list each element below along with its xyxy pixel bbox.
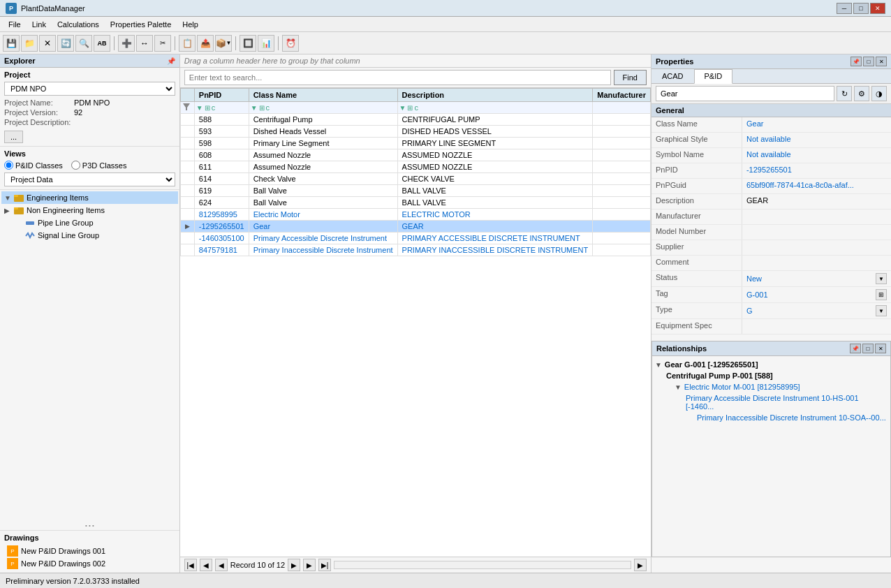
table-row[interactable]: 593 Dished Heads Vessel DISHED HEADS VES… xyxy=(180,126,650,138)
tree-item-pipe-line-group[interactable]: ▶ Pipe Line Group xyxy=(1,216,178,229)
status-dropdown[interactable]: ▼ xyxy=(876,273,887,284)
radio-p3d-classes[interactable]: P3D Classes xyxy=(71,161,127,170)
ellipsis-button[interactable]: ... xyxy=(4,131,23,143)
rel-child-1-item[interactable]: Centrifugal Pump P-001 [588] xyxy=(666,370,888,381)
scroll-right[interactable]: ▶ xyxy=(634,559,647,571)
description-link[interactable]: PRIMARY INACCESSIBLE DISCRETE INSTRUMENT xyxy=(402,246,589,254)
filter-description[interactable]: ▼ ⊞ c xyxy=(397,102,593,114)
rel-child-2-item[interactable]: ▼ Electric Motor M-001 [812958995] xyxy=(675,381,888,392)
table-row[interactable]: 624 Ball Valve BALL VALVE xyxy=(180,197,650,209)
menu-properties-palette[interactable]: Properties Palette xyxy=(105,19,177,30)
props-search-input[interactable] xyxy=(656,86,834,101)
pin-icon[interactable]: 📌 xyxy=(167,57,175,65)
rels-close-button[interactable]: ✕ xyxy=(875,344,886,353)
toolbar-export[interactable]: 📤 xyxy=(197,35,214,52)
prop-value-pnpid[interactable]: -1295265501 xyxy=(742,163,891,178)
toolbar-close[interactable]: ✕ xyxy=(39,35,56,52)
tree-item-non-engineering-items[interactable]: ▶ Non Engineering Items xyxy=(1,204,178,216)
props-pin-button[interactable]: 📌 xyxy=(850,57,862,66)
description-link[interactable]: GEAR xyxy=(402,222,424,230)
type-dropdown[interactable]: ▼ xyxy=(876,305,887,316)
table-row[interactable]: 611 Assumed Nozzle ASSUMED NOZZLE xyxy=(180,161,650,173)
nav-last[interactable]: ▶| xyxy=(318,559,331,571)
rels-pin-button[interactable]: 📌 xyxy=(850,344,861,353)
radio-pid-classes[interactable]: P&ID Classes xyxy=(4,161,63,170)
table-row[interactable]: 588 Centrifugal Pump CENTRIFUGAL PUMP xyxy=(180,114,650,126)
col-pnpid[interactable]: PnPID xyxy=(194,89,249,102)
toolbar-copy[interactable]: 📋 xyxy=(179,35,196,52)
find-button[interactable]: Find xyxy=(614,70,647,85)
rel-root-item[interactable]: ▼ Gear G-001 [-1295265501] xyxy=(655,359,888,370)
toolbar-package[interactable]: 📦▼ xyxy=(215,35,232,52)
col-manufacturer[interactable]: Manufacturer xyxy=(593,89,651,102)
toolbar-open[interactable]: 📁 xyxy=(21,35,38,52)
filter-manufacturer[interactable] xyxy=(593,102,651,114)
table-row[interactable]: 614 Check Valve CHECK VALVE xyxy=(180,173,650,185)
props-toggle-button[interactable]: ◑ xyxy=(871,86,887,101)
filter-classname[interactable]: ▼ ⊞ c xyxy=(249,102,397,114)
toolbar-add[interactable]: ➕ xyxy=(118,35,135,52)
table-row[interactable]: -1460305100 Primary Accessible Discrete … xyxy=(180,233,650,244)
prop-value-pnpguid[interactable]: 65bf90ff-7874-41ca-8c0a-afaf... xyxy=(742,179,891,193)
project-dropdown[interactable]: PDM NPO xyxy=(4,82,175,96)
nav-next-page[interactable]: ▶ xyxy=(303,559,316,571)
description-link[interactable]: ELECTRIC MOTOR xyxy=(402,210,471,219)
toolbar-split[interactable]: ↔ xyxy=(136,35,153,52)
toolbar-grid[interactable]: 🔲 xyxy=(240,35,256,52)
pnpid-link[interactable]: -1295265501 xyxy=(199,222,244,230)
toolbar-clock[interactable]: ⏰ xyxy=(282,35,299,52)
pnpid-link[interactable]: -1460305100 xyxy=(199,234,244,242)
pnpid-link[interactable]: 847579181 xyxy=(199,246,237,254)
menu-link[interactable]: Link xyxy=(27,19,52,30)
col-classname[interactable]: Class Name xyxy=(249,89,397,102)
grid-group-by-area[interactable]: Drag a column header here to group by th… xyxy=(180,54,651,68)
menu-calculations[interactable]: Calculations xyxy=(52,19,105,30)
drawing-item-1[interactable]: P New P&ID Drawings 001 xyxy=(4,545,175,557)
props-restore-button[interactable]: □ xyxy=(863,57,874,66)
classname-link[interactable]: Primary Inaccessible Discrete Instrument xyxy=(253,246,393,254)
toolbar-search[interactable]: 🔍 xyxy=(75,35,92,52)
classname-link[interactable]: Primary Accessible Discrete Instrument xyxy=(253,234,387,242)
classname-link[interactable]: Gear xyxy=(253,222,270,230)
toolbar-cut[interactable]: ✂ xyxy=(154,35,171,52)
table-row-selected[interactable]: ▶ -1295265501 Gear GEAR xyxy=(180,221,650,233)
table-row[interactable]: 608 Assumed Nozzle ASSUMED NOZZLE xyxy=(180,149,650,161)
table-row[interactable]: 598 Primary Line Segment PRIMARY LINE SE… xyxy=(180,138,650,149)
nav-next[interactable]: ▶ xyxy=(288,559,300,571)
table-row[interactable]: 847579181 Primary Inaccessible Discrete … xyxy=(180,244,650,256)
pnpid-link[interactable]: 812958995 xyxy=(199,210,237,219)
toolbar-refresh[interactable]: 🔄 xyxy=(57,35,74,52)
toolbar-new[interactable]: 💾 xyxy=(3,35,20,52)
drawing-item-2[interactable]: P New P&ID Drawings 002 xyxy=(4,557,175,570)
tag-edit-button[interactable]: ⊞ xyxy=(876,289,887,300)
description-link[interactable]: PRIMARY ACCESSIBLE DISCRETE INSTRUMENT xyxy=(402,234,580,242)
close-button[interactable]: ✕ xyxy=(870,3,885,14)
nav-prev-page[interactable]: ◀ xyxy=(200,559,212,571)
classname-link[interactable]: Electric Motor xyxy=(253,210,300,219)
rel-child-3-item[interactable]: Primary Accessible Discrete Instrument 1… xyxy=(686,392,888,412)
menu-file[interactable]: File xyxy=(3,19,27,30)
tree-item-engineering-items[interactable]: ▼ Engineering Items xyxy=(1,191,178,204)
toolbar-chart[interactable]: 📊 xyxy=(258,35,274,52)
maximize-button[interactable]: □ xyxy=(853,3,869,14)
nav-prev[interactable]: ◀ xyxy=(215,559,228,571)
filter-pnpid[interactable]: ▼ ⊞ c xyxy=(194,102,249,114)
rel-child-4-item[interactable]: Primary Inaccessible Discrete Instrument… xyxy=(697,412,888,423)
menu-help[interactable]: Help xyxy=(177,19,204,30)
col-description[interactable]: Description xyxy=(397,89,593,102)
table-row[interactable]: 619 Ball Valve BALL VALVE xyxy=(180,185,650,197)
horizontal-scrollbar[interactable] xyxy=(334,561,631,569)
rels-restore-button[interactable]: □ xyxy=(862,344,874,353)
prop-value-classname[interactable]: Gear xyxy=(742,117,891,132)
table-row[interactable]: 812958995 Electric Motor ELECTRIC MOTOR xyxy=(180,209,650,221)
props-close-button[interactable]: ✕ xyxy=(876,57,887,66)
minimize-button[interactable]: ─ xyxy=(837,3,852,14)
props-refresh-button[interactable]: ↻ xyxy=(837,86,852,101)
props-settings-button[interactable]: ⚙ xyxy=(854,86,869,101)
tree-item-signal-line-group[interactable]: ▶ Signal Line Group xyxy=(1,229,178,242)
search-input[interactable] xyxy=(184,70,611,85)
toolbar-ab[interactable]: AB xyxy=(94,35,110,52)
tab-pid[interactable]: P&ID xyxy=(694,69,733,84)
tab-acad[interactable]: ACAD xyxy=(651,69,694,83)
nav-first[interactable]: |◀ xyxy=(184,559,197,571)
